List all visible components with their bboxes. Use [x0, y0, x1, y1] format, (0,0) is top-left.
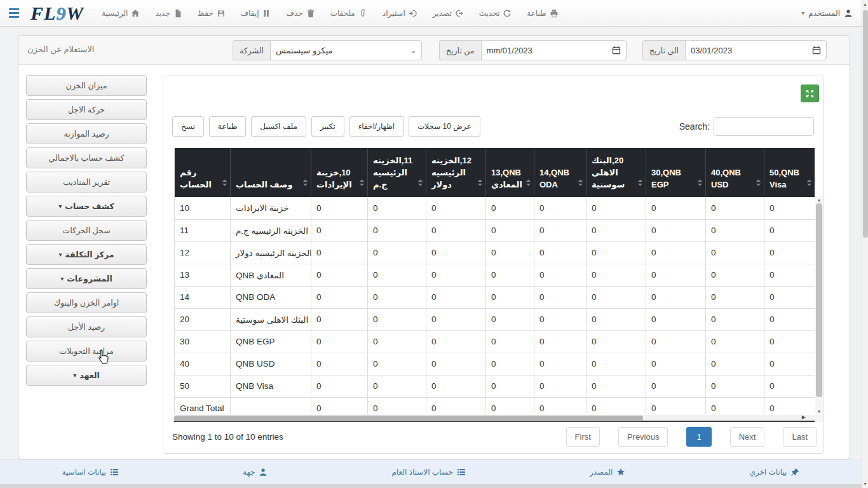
footer-link-person[interactable]: جهة	[243, 468, 268, 477]
to-date-label: الي تاريخ	[642, 40, 685, 60]
company-select[interactable]: ميكرو سيستمس ⌄	[270, 40, 422, 60]
scroll-down-icon[interactable]: ▼	[862, 482, 868, 486]
column-header[interactable]: 20,البنك الاهلى سوستية	[587, 148, 646, 197]
sidebar-button[interactable]: ميزان الخزن	[26, 75, 147, 96]
footer-link-star[interactable]: المصدر	[590, 468, 625, 477]
user-icon	[844, 9, 853, 18]
previous-page-button[interactable]: Previous	[618, 427, 668, 447]
copy-button[interactable]: نسخ	[172, 116, 204, 137]
table-cell: 0	[764, 397, 815, 414]
vertical-scroll-thumb[interactable]	[816, 203, 822, 397]
sidebar-button[interactable]: سجل الحركات	[26, 220, 147, 241]
sort-icon[interactable]	[577, 179, 584, 191]
first-page-button[interactable]: First	[566, 427, 600, 447]
column-header[interactable]: 30,QNB EGP	[646, 148, 706, 197]
column-header[interactable]: 11,الخزينه الرئيسيه ج.م	[368, 148, 426, 197]
scroll-right-icon[interactable]: ▶	[802, 414, 806, 420]
current-page-button[interactable]: 1	[686, 427, 711, 447]
column-header[interactable]: رقم الحساب	[175, 148, 231, 197]
table-cell: 0	[534, 286, 587, 308]
print-button[interactable]: طباعة	[209, 116, 246, 137]
nav-item-save[interactable]: حفظ	[198, 9, 226, 18]
sidebar-button[interactable]: ▾العهد	[26, 365, 147, 386]
sidebar-button[interactable]: ▾مركز التكلفة	[26, 244, 147, 265]
expand-button[interactable]	[801, 85, 819, 102]
scroll-down-icon[interactable]: ▼	[815, 409, 823, 414]
page-scroll-thumb[interactable]	[863, 10, 868, 238]
column-header[interactable]: 12,الخزينه الرئيسيه دولار	[426, 148, 486, 197]
sort-icon[interactable]	[221, 179, 228, 191]
excel-file-button[interactable]: ملف اكسيل	[251, 116, 306, 137]
table-horizontal-scrollbar[interactable]: ▶	[174, 415, 815, 422]
show-10-records-button[interactable]: عرض 10 سجلات	[409, 116, 480, 137]
sort-icon[interactable]	[358, 179, 365, 191]
nav-item-trash[interactable]: حذف	[286, 9, 315, 18]
sidebar-button[interactable]: ▾كشف حساب	[26, 196, 147, 217]
footer-link-pin[interactable]: بيانات اخري	[749, 468, 799, 477]
to-date-input[interactable]: 03/01/2023	[685, 40, 827, 60]
footer-link-list[interactable]: بيانات اساسية	[62, 468, 119, 477]
sort-icon[interactable]	[806, 179, 813, 191]
sort-icon[interactable]	[477, 179, 484, 191]
sidebar-button[interactable]: كشف حساب بالاجمالي	[26, 147, 147, 168]
sidebar-button[interactable]: حركة الاجل	[26, 99, 147, 120]
horizontal-scroll-thumb[interactable]	[174, 416, 643, 421]
sidebar-button-label: مركز التكلفة	[65, 250, 114, 259]
column-header[interactable]: 13,QNB المعادي	[486, 148, 534, 197]
sidebar-button[interactable]: ▾المشروعات	[26, 268, 147, 289]
column-header[interactable]: 50,QNB Visa	[764, 148, 815, 197]
save-icon	[217, 9, 226, 18]
sort-icon[interactable]	[755, 179, 762, 191]
app-logo[interactable]: FL9W	[31, 4, 84, 23]
table-cell: 0	[426, 286, 486, 308]
search-input[interactable]	[714, 117, 814, 136]
sort-icon[interactable]	[637, 179, 644, 191]
footer-link-label: المصدر	[590, 468, 613, 477]
nav-item-import[interactable]: استيراد	[383, 9, 417, 18]
footer-link-list[interactable]: حساب الاستاذ العام	[391, 468, 465, 477]
sort-icon[interactable]	[696, 179, 703, 191]
column-header[interactable]: 40,QNB USD	[706, 148, 764, 197]
table-toolbar: نسخطباعةملف اكسيلتكبيراظهار/اخفاءعرض 10 …	[172, 116, 814, 137]
table-cell: 0	[534, 353, 587, 375]
sidebar-button[interactable]: اوامر الخزن والبنوك	[26, 292, 147, 313]
enlarge-button[interactable]: تكبير	[311, 116, 344, 137]
from-date-input[interactable]: mm/01/2023	[481, 40, 627, 60]
sidebar-button[interactable]: مراقبة التحويلات	[26, 341, 147, 362]
sidebar-button[interactable]: رصيد الموازنة	[26, 123, 147, 144]
table-vertical-scrollbar[interactable]: ▲ ▼	[815, 197, 823, 414]
table-cell: 0	[534, 197, 587, 219]
page-scrollbar[interactable]: ▲ ▼	[862, 0, 868, 488]
user-menu[interactable]: ▾ المستخدم	[801, 9, 853, 18]
table-cell: 0	[587, 219, 646, 241]
column-header[interactable]: وصف الحساب	[231, 148, 311, 197]
sort-icon[interactable]	[302, 179, 309, 191]
next-page-button[interactable]: Next	[730, 427, 765, 447]
calendar-icon[interactable]	[812, 46, 821, 55]
nav-item-pause[interactable]: إيقاف	[241, 9, 271, 18]
sort-icon[interactable]	[417, 179, 424, 191]
hamburger-menu-icon[interactable]	[9, 8, 19, 18]
show-hide-columns-button[interactable]: اظهار/اخفاء	[349, 116, 403, 137]
nav-item-home[interactable]: الرئيسية	[102, 9, 140, 18]
nav-item-attachments[interactable]: ملحقات	[330, 9, 367, 18]
calendar-icon[interactable]	[612, 46, 621, 55]
table-row: 30QNB EGP000000000	[175, 330, 815, 353]
column-header[interactable]: 10,خزينة الإيرادات	[311, 148, 368, 197]
nav-item-export[interactable]: تصدير	[433, 9, 464, 18]
scroll-up-icon[interactable]: ▲	[815, 198, 823, 202]
table-cell: 0	[764, 286, 815, 308]
nav-item-print[interactable]: طباعة	[527, 9, 558, 18]
nav-item-refresh[interactable]: تحديث	[479, 9, 512, 18]
table-cell: 0	[587, 397, 646, 414]
table-cell: 0	[311, 219, 368, 241]
sidebar-button[interactable]: رصيد الأجل	[26, 316, 147, 337]
nav-item-label: حفظ	[198, 9, 214, 18]
sidebar-button[interactable]: تقرير المناديب	[26, 172, 147, 193]
nav-item-new-file[interactable]: جديد	[155, 9, 182, 18]
column-header[interactable]: 14,QNB ODA	[534, 148, 587, 197]
scroll-up-icon[interactable]: ▲	[862, 2, 868, 6]
last-page-button[interactable]: Last	[783, 427, 817, 447]
sort-icon[interactable]	[525, 179, 532, 191]
nav-item-label: ملحقات	[330, 9, 355, 18]
